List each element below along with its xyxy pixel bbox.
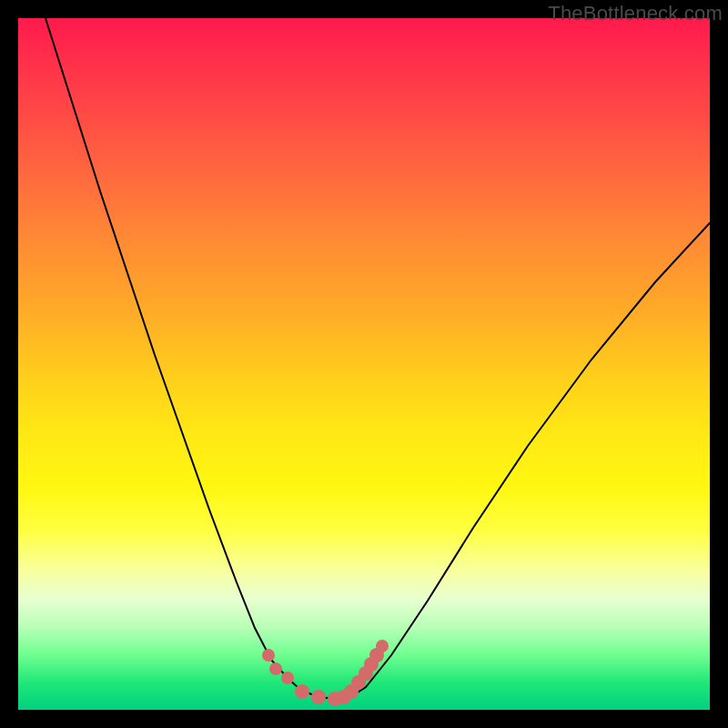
curve-marker [376, 640, 389, 652]
curve-marker [262, 649, 275, 662]
curve-marker [269, 662, 282, 675]
bottleneck-curve [46, 18, 710, 699]
curve-marker [311, 690, 326, 704]
watermark-text: TheBottleneck.com [548, 2, 723, 25]
chart-frame [18, 18, 710, 710]
marker-layer [262, 640, 389, 706]
curve-layer [46, 18, 710, 699]
curve-marker [295, 684, 309, 699]
chart-svg [18, 18, 710, 710]
curve-marker [281, 672, 294, 684]
